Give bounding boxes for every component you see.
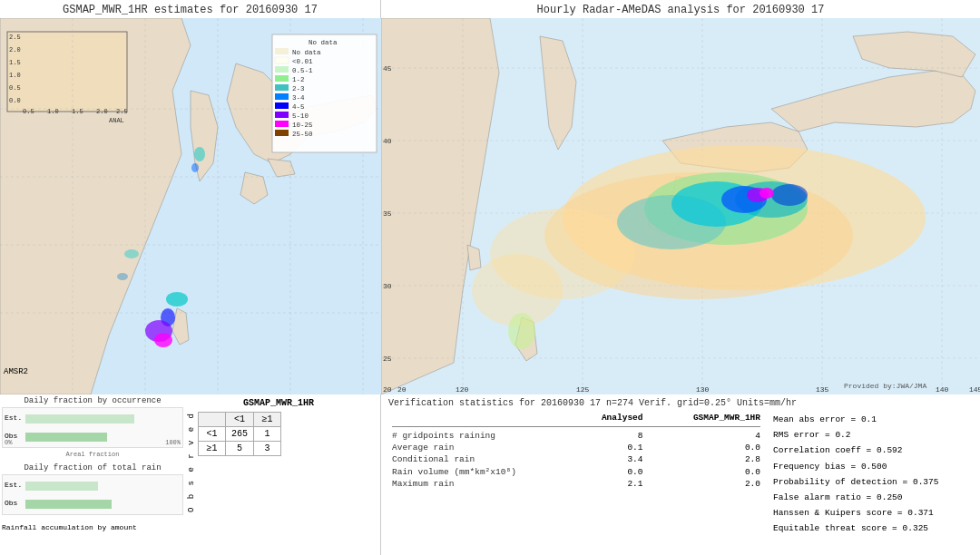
svg-text:1.5: 1.5: [9, 59, 21, 66]
svg-text:1-2: 1-2: [292, 76, 305, 83]
svg-text:<0.01: <0.01: [292, 58, 313, 65]
svg-text:1.5: 1.5: [72, 108, 83, 115]
left-map-area: 2.5 2.0 1.5 1.0 0.5 0.0 0.5 1.0 1.5 2.0 …: [0, 18, 381, 394]
matrix-col-lt1: <1: [226, 413, 254, 427]
matrix-section: GSMAP_MWR_1HR O b s e r v e d <1 ≥1: [183, 396, 374, 555]
svg-text:25-50: 25-50: [292, 131, 313, 138]
matrix-header-blank: [199, 413, 226, 427]
row-max-rain-analysed: 2.1: [570, 478, 647, 490]
svg-text:130: 130: [696, 385, 710, 394]
svg-rect-35: [275, 57, 289, 63]
svg-rect-49: [275, 121, 289, 127]
svg-rect-1: [7, 32, 127, 112]
error-stats-column: Mean abs error = 0.1 RMS error = 0.2 Cor…: [773, 412, 973, 537]
svg-text:2.0: 2.0: [96, 108, 108, 115]
charts-area: Daily fraction by occurrence Est. Obs 0%…: [0, 394, 381, 555]
matrix-row-ge1: ≥1: [199, 442, 226, 456]
row-gridpoints-analysed: 8: [570, 430, 647, 442]
row-cond-rain-gsmap: 2.8: [647, 453, 764, 465]
svg-text:0.5: 0.5: [23, 108, 34, 115]
right-map-svg: 45 40 35 30 25 20 120 125 130 135 140 14…: [381, 18, 980, 394]
right-map-area: 45 40 35 30 25 20 120 125 130 135 140 14…: [381, 18, 980, 394]
occurrence-chart-title: Daily fraction by occurrence: [2, 396, 183, 405]
frequency-bias: Frequency bias = 0.500: [773, 459, 973, 474]
svg-rect-39: [275, 75, 289, 82]
row-max-rain-gsmap: 2.0: [647, 478, 764, 490]
probability-detection: Probability of detection = 0.375: [773, 474, 973, 490]
svg-text:Provided by:JWA/JMA: Provided by:JWA/JMA: [844, 382, 926, 390]
stats-table: Analysed GSMAP_MWR_1HR # gridpoints rain…: [388, 412, 764, 490]
row-rain-vol-analysed: 0.0: [570, 465, 647, 478]
svg-text:ANAL: ANAL: [109, 117, 124, 124]
svg-text:145: 145: [969, 385, 980, 394]
svg-rect-41: [275, 84, 289, 91]
row-gridpoints-name: # gridpoints raining: [388, 430, 570, 442]
row-avg-rain-gsmap: 0.0: [647, 442, 764, 453]
correlation-coeff: Correlation coeff = 0.592: [773, 443, 973, 458]
main-container: GSMAP_MWR_1HR estimates for 20160930 17: [0, 0, 980, 555]
equitable-threat: Equitable threat score = 0.325: [773, 521, 973, 536]
hanssen-kuipers: Hanssen & Kuipers score = 0.371: [773, 505, 973, 521]
axis-pct0-1: 0%: [5, 439, 12, 446]
svg-text:25: 25: [383, 355, 392, 363]
svg-text:2θ: 2θ: [397, 385, 407, 394]
stats-columns: Analysed GSMAP_MWR_1HR # gridpoints rain…: [388, 412, 973, 537]
svg-text:0.5-1: 0.5-1: [292, 67, 313, 74]
rms-error: RMS error = 0.2: [773, 427, 973, 443]
svg-text:2.5: 2.5: [116, 108, 128, 115]
verification-title: Verification statistics for 20160930 17 …: [388, 398, 973, 408]
svg-text:40: 40: [383, 137, 392, 145]
row-gridpoints-gsmap: 4: [647, 430, 764, 442]
svg-text:No data: No data: [292, 49, 321, 56]
col-gsmap-header: GSMAP_MWR_1HR: [647, 412, 764, 424]
svg-point-23: [166, 292, 188, 307]
matrix-title: GSMAP_MWR_1HR: [187, 398, 370, 408]
obs-label-2: Obs: [5, 499, 17, 507]
right-panel: Hourly Radar-AMeDAS analysis for 2016093…: [381, 0, 980, 555]
svg-text:No data: No data: [309, 39, 338, 46]
accumulation-title: Rainfall accumulation by amount: [2, 523, 183, 531]
svg-point-86: [771, 184, 808, 206]
axis-pct100-1: 100%: [165, 439, 181, 446]
confusion-matrix: <1 ≥1 <1 265 1 ≥1 5 3: [198, 412, 281, 456]
false-alarm-ratio: False alarm ratio = 0.250: [773, 490, 973, 505]
svg-rect-37: [275, 66, 289, 73]
svg-text:45: 45: [383, 64, 392, 73]
svg-text:1.0: 1.0: [47, 108, 59, 115]
svg-text:20: 20: [383, 385, 392, 394]
svg-point-30: [117, 273, 128, 280]
svg-text:10-25: 10-25: [292, 122, 313, 129]
matrix-cell-10: 5: [226, 442, 254, 456]
svg-rect-47: [275, 112, 289, 118]
svg-text:1.0: 1.0: [9, 72, 21, 79]
svg-point-89: [508, 313, 535, 349]
svg-rect-43: [275, 93, 289, 100]
svg-text:3-4: 3-4: [292, 94, 305, 102]
matrix-cell-11: 3: [254, 442, 281, 456]
stats-left-column: Analysed GSMAP_MWR_1HR # gridpoints rain…: [388, 412, 764, 537]
rain-chart-title: Daily fraction of total rain: [2, 463, 183, 472]
svg-rect-33: [275, 48, 289, 54]
svg-text:140: 140: [936, 385, 949, 394]
col-analysed-header: Analysed: [570, 412, 647, 424]
amsr2-label: AMSR2: [4, 367, 28, 376]
svg-point-29: [124, 249, 139, 258]
svg-point-27: [194, 147, 205, 161]
matrix-cell-00: 265: [226, 427, 254, 442]
axis-label-1: Areal fraction: [2, 451, 183, 458]
row-cond-rain-name: Conditional rain: [388, 453, 570, 465]
left-panel: GSMAP_MWR_1HR estimates for 20160930 17: [0, 0, 381, 555]
svg-text:5-10: 5-10: [292, 112, 309, 120]
svg-text:125: 125: [576, 385, 590, 394]
verification-section: Verification statistics for 20160930 17 …: [381, 394, 980, 540]
svg-text:135: 135: [816, 385, 829, 394]
svg-text:2.5: 2.5: [9, 34, 21, 41]
row-avg-rain-analysed: 0.1: [570, 442, 647, 453]
matrix-cell-01: 1: [254, 427, 281, 442]
svg-text:0.0: 0.0: [9, 97, 21, 104]
matrix-row-lt1: <1: [199, 427, 226, 442]
svg-point-88: [760, 188, 774, 199]
svg-text:30: 30: [383, 282, 392, 290]
est-label-2: Est.: [5, 481, 22, 489]
est-label-1: Est.: [5, 414, 22, 422]
